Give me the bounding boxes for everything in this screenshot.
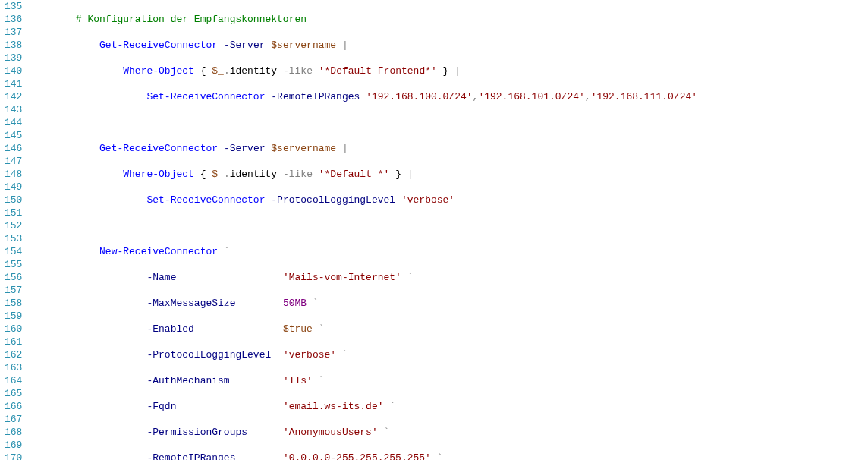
line-number: 137: [5, 26, 22, 39]
line-number: 164: [5, 374, 22, 387]
code-line: -AuthMechanism 'Tls' `: [28, 374, 697, 387]
line-number: 144: [5, 116, 22, 129]
line-number: 145: [5, 129, 22, 142]
code-editor: 1351361371381391401411421431441451461471…: [0, 0, 868, 460]
line-number: 138: [5, 39, 22, 52]
line-number: 151: [5, 206, 22, 219]
line-number: 149: [5, 181, 22, 194]
line-number: 135: [5, 0, 22, 13]
code-line: Where-Object { $_.identity -like '*Defau…: [28, 168, 697, 181]
line-number: 139: [5, 52, 22, 65]
line-number: 161: [5, 336, 22, 348]
code-line: -Fqdn 'email.ws-its.de' `: [28, 400, 697, 413]
line-number: 141: [5, 77, 22, 90]
line-number: 153: [5, 232, 22, 245]
line-number: 152: [5, 219, 22, 232]
line-number: 166: [5, 400, 22, 413]
code-line: [28, 116, 697, 129]
code-line: New-ReceiveConnector `: [28, 245, 697, 258]
code-line: # Konfiguration der Empfangskonnektoren: [28, 13, 697, 26]
line-number: 159: [5, 310, 22, 323]
line-number: 158: [5, 297, 22, 310]
comment: # Konfiguration der Empfangskonnektoren: [76, 14, 307, 25]
line-number: 148: [5, 168, 22, 181]
line-number: 169: [5, 439, 22, 452]
code-line: -Enabled $true `: [28, 323, 697, 336]
line-number: 162: [5, 348, 22, 361]
code-line: -MaxMessageSize 50MB `: [28, 297, 697, 310]
line-number: 143: [5, 103, 22, 116]
code-line: Where-Object { $_.identity -like '*Defau…: [28, 65, 697, 77]
line-number: 150: [5, 194, 22, 206]
code-line: Set-ReceiveConnector -ProtocolLoggingLev…: [28, 194, 697, 206]
code-line: Get-ReceiveConnector -Server $servername…: [28, 39, 697, 52]
code-area: # Konfiguration der Empfangskonnektoren …: [28, 0, 697, 460]
line-number: 167: [5, 413, 22, 426]
line-number: 146: [5, 142, 22, 155]
line-number: 168: [5, 426, 22, 439]
line-number: 147: [5, 155, 22, 168]
code-line: -Name 'Mails-vom-Internet' `: [28, 271, 697, 284]
line-number-gutter: 1351361371381391401411421431441451461471…: [0, 0, 28, 460]
line-number: 136: [5, 13, 22, 26]
line-number: 165: [5, 387, 22, 400]
code-line: [28, 219, 697, 232]
line-number: 163: [5, 361, 22, 374]
line-number: 160: [5, 323, 22, 336]
code-line: -PermissionGroups 'AnonymousUsers' `: [28, 426, 697, 439]
line-number: 142: [5, 90, 22, 103]
line-number: 155: [5, 258, 22, 271]
line-number: 140: [5, 65, 22, 77]
code-line: -ProtocolLoggingLevel 'verbose' `: [28, 348, 697, 361]
line-number: 154: [5, 245, 22, 258]
line-number: 156: [5, 271, 22, 284]
code-line: Get-ReceiveConnector -Server $servername…: [28, 142, 697, 155]
line-number: 170: [5, 452, 22, 460]
code-line: -RemoteIPRanges '0.0.0.0-255.255.255.255…: [28, 452, 697, 460]
code-line: Set-ReceiveConnector -RemoteIPRanges '19…: [28, 90, 697, 103]
line-number: 157: [5, 284, 22, 297]
